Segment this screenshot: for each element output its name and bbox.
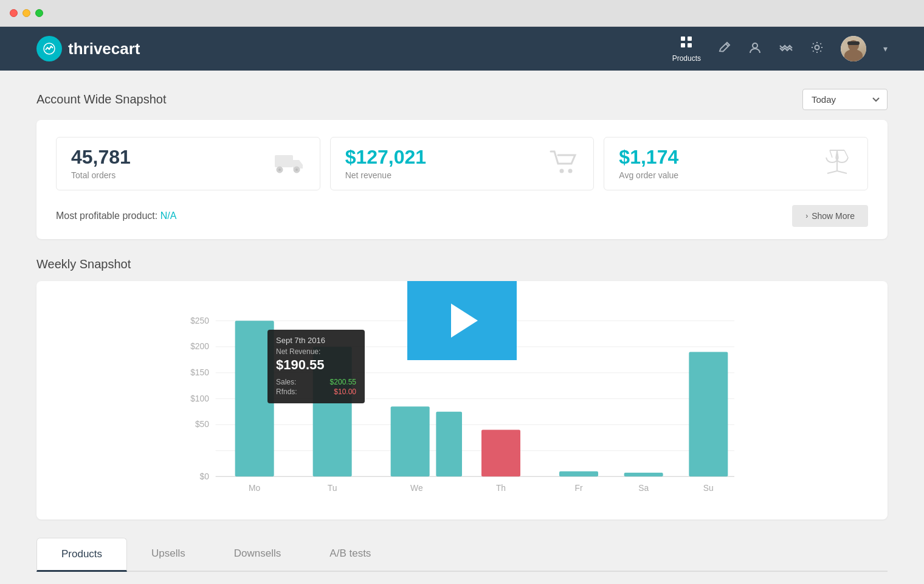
svg-rect-2 — [688, 36, 692, 41]
browser-chrome — [0, 0, 924, 27]
stat-avg-order: $1,174 Avg order value — [604, 137, 868, 190]
svg-text:Su: Su — [703, 483, 714, 493]
tooltip-sales-label: Sales: — [276, 378, 296, 386]
nav-products[interactable]: Products — [672, 35, 701, 63]
tab-ab-tests[interactable]: A/B tests — [305, 538, 395, 572]
traffic-light-green[interactable] — [35, 9, 43, 17]
svg-rect-4 — [688, 43, 692, 47]
svg-text:$150: $150 — [190, 367, 209, 377]
net-revenue-label: Net revenue — [345, 170, 426, 180]
traffic-light-yellow[interactable] — [22, 9, 30, 17]
profitable-row: Most profitable product: N/A › Show More — [56, 205, 868, 227]
date-select[interactable]: Today Yesterday Last 7 Days Last 30 Days… — [802, 89, 888, 110]
svg-line-19 — [830, 150, 832, 158]
stats-card: 45,781 Total orders $1 — [36, 120, 888, 239]
svg-text:We: We — [410, 483, 423, 493]
bar-we2[interactable] — [436, 412, 462, 477]
svg-rect-3 — [681, 43, 685, 47]
bar-fr[interactable] — [559, 471, 598, 477]
avatar-image — [841, 36, 866, 61]
svg-point-7 — [815, 45, 819, 49]
stats-row: 45,781 Total orders $1 — [56, 137, 868, 190]
brand-name: thrivecart — [68, 40, 140, 58]
grid-icon — [680, 35, 693, 52]
svg-text:$0: $0 — [200, 471, 210, 481]
play-icon — [451, 304, 478, 338]
snapshot-header: Account Wide Snapshot Today Yesterday La… — [36, 89, 888, 110]
svg-text:Sa: Sa — [638, 483, 649, 493]
bar-we[interactable] — [391, 406, 430, 476]
chevron-right-icon: › — [805, 212, 808, 220]
main-content: Account Wide Snapshot Today Yesterday La… — [0, 71, 924, 584]
svg-point-14 — [568, 169, 573, 173]
profitable-link[interactable]: N/A — [160, 210, 177, 221]
weekly-header: Weekly Snapshot — [36, 257, 888, 271]
svg-rect-1 — [681, 36, 685, 41]
nav-settings[interactable] — [810, 41, 824, 57]
cart-icon — [550, 149, 579, 179]
tooltip-date: Sept 7th 2016 — [276, 336, 356, 345]
nav-products-label: Products — [672, 54, 701, 63]
svg-line-17 — [827, 171, 837, 173]
svg-line-18 — [837, 171, 847, 173]
brand-logo — [36, 36, 62, 61]
avg-order-number: $1,174 — [619, 147, 678, 167]
tooltip-rfnds-label: Rfnds: — [276, 388, 297, 396]
weekly-card: Sept 7th 2016 Net Revenue: $190.55 Sales… — [36, 281, 888, 520]
tooltip-net-value: $190.55 — [276, 357, 356, 373]
svg-text:Mo: Mo — [249, 483, 261, 493]
tooltip-net-label: Net Revenue: — [276, 347, 356, 356]
nav-affiliates[interactable] — [779, 41, 793, 57]
tab-downsells[interactable]: Downsells — [210, 538, 305, 572]
bar-th[interactable] — [481, 430, 520, 477]
svg-text:$200: $200 — [190, 341, 209, 351]
navbar-right: Products — [672, 35, 888, 63]
snapshot-title: Account Wide Snapshot — [36, 92, 166, 106]
bottom-tabs: Products Upsells Downsells A/B tests — [36, 538, 888, 572]
stat-net-revenue: $127,021 Net revenue — [330, 137, 595, 190]
balance-icon — [821, 148, 853, 180]
svg-line-21 — [844, 150, 848, 158]
truck-icon — [274, 149, 305, 179]
person-icon — [748, 41, 762, 57]
video-overlay[interactable] — [407, 281, 517, 360]
weekly-title: Weekly Snapshot — [36, 257, 131, 271]
brand[interactable]: thrivecart — [36, 36, 140, 61]
avg-order-label: Avg order value — [619, 170, 678, 180]
nav-edit[interactable] — [718, 41, 731, 57]
tooltip-sales-value: $200.55 — [330, 378, 356, 386]
total-orders-label: Total orders — [71, 170, 131, 180]
svg-point-13 — [560, 169, 564, 173]
navbar: thrivecart Products — [0, 27, 924, 71]
svg-point-11 — [278, 169, 281, 171]
traffic-light-red[interactable] — [10, 9, 18, 17]
net-revenue-number: $127,021 — [345, 147, 426, 167]
stat-total-orders: 45,781 Total orders — [56, 137, 320, 190]
tooltip-rfnds-value: $10.00 — [334, 388, 356, 396]
chart-tooltip: Sept 7th 2016 Net Revenue: $190.55 Sales… — [267, 330, 365, 403]
svg-text:Tu: Tu — [328, 483, 337, 493]
gear-icon — [810, 41, 824, 57]
svg-text:$100: $100 — [190, 394, 209, 403]
total-orders-number: 45,781 — [71, 147, 131, 167]
svg-rect-8 — [275, 155, 293, 167]
svg-text:$50: $50 — [195, 419, 209, 429]
user-dropdown-arrow[interactable]: ▾ — [883, 44, 888, 54]
nav-users[interactable] — [748, 41, 762, 57]
handshake-icon — [779, 41, 793, 57]
bar-sa[interactable] — [624, 473, 663, 476]
profitable-text: Most profitable product: N/A — [56, 210, 176, 221]
bar-su[interactable] — [689, 352, 728, 477]
pencil-icon — [718, 41, 731, 57]
show-more-button[interactable]: › Show More — [792, 205, 868, 227]
user-avatar[interactable] — [841, 36, 866, 61]
svg-point-6 — [753, 43, 757, 48]
svg-text:Th: Th — [496, 483, 506, 493]
svg-point-12 — [295, 169, 298, 171]
svg-text:Fr: Fr — [574, 483, 582, 493]
tab-upsells[interactable]: Upsells — [127, 538, 210, 572]
svg-text:$250: $250 — [190, 316, 209, 325]
tab-products[interactable]: Products — [36, 538, 127, 572]
